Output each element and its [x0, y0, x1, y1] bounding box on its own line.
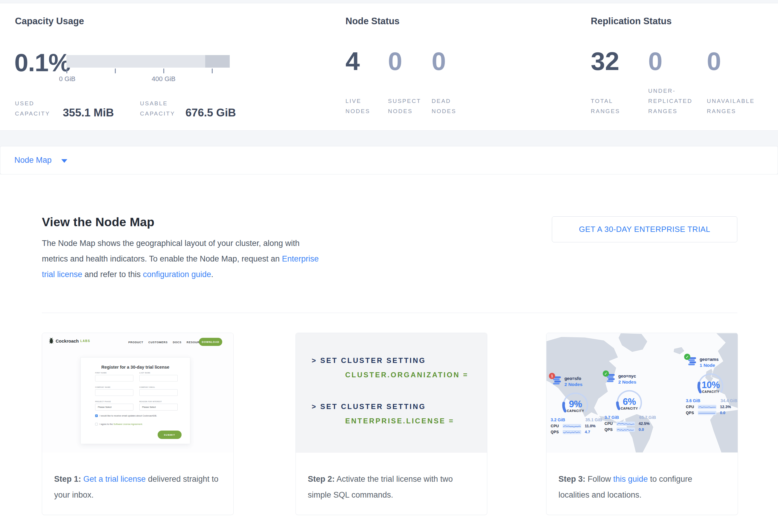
nav-item: DOCS	[173, 341, 181, 344]
text-input	[95, 375, 134, 381]
node-map-dropdown[interactable]: Node Map	[14, 156, 67, 165]
step-number: Step 2:	[308, 474, 335, 483]
capacity-gauge: 10% CAPACITY	[694, 371, 727, 399]
field-label: LAST NAME	[139, 372, 150, 374]
qps-sparkline-icon	[698, 411, 716, 415]
intro-text: The Node Map shows the geographical layo…	[42, 239, 300, 263]
email-updates-checkbox-row: ✓ I would like to receive email updates …	[95, 414, 157, 417]
usable-capacity-value: 676.5 GiB	[185, 107, 236, 119]
qps-sparkline-icon	[617, 428, 635, 432]
axis-tick	[163, 69, 164, 73]
cpu-value: 42.5%	[639, 421, 650, 426]
ams-header: ✓ geo=ams 1 Node	[686, 356, 737, 370]
text-input	[139, 389, 178, 396]
under-replicated-ranges-label: UNDER-REPLICATED RANGES	[648, 86, 698, 117]
locality-node-count: 1 Node	[700, 362, 737, 368]
get-enterprise-trial-button[interactable]: GET A 30-DAY ENTERPRISE TRIAL	[552, 216, 737, 242]
step-number: Step 1:	[54, 474, 81, 483]
configuration-guide-link[interactable]: configuration guide	[143, 270, 211, 279]
step-number: Step 3:	[558, 474, 586, 483]
sql-setting-line: CLUSTER.ORGANIZATION =	[345, 371, 468, 379]
download-pill: DOWNLOAD	[199, 338, 222, 346]
locality-node-count: 2 Nodes	[618, 379, 657, 385]
replication-status-values: 32 0 0	[591, 48, 767, 74]
checkbox-label: I would like to receive email updates ab…	[100, 414, 157, 417]
this-guide-link[interactable]: this guide	[613, 474, 648, 483]
gauge-percent: 6%	[613, 396, 646, 407]
axis-tick	[212, 69, 213, 73]
step1-card: Cockroach LABS PRODUCT CUSTOMERS DOCS RE…	[42, 333, 234, 515]
cpu-label: CPU	[551, 424, 563, 428]
node-status-values: 4 0 0	[345, 48, 482, 74]
map-node-ams: ✓ geo=ams 1 Node	[686, 356, 737, 415]
step3-illustration: 1 geo=sfo 2 Nodes	[546, 333, 737, 453]
unavailable-ranges-value: 0	[707, 48, 767, 74]
locality-name: geo=ams	[700, 356, 737, 362]
sql-prompt-line: > SET CLUSTER SETTING	[312, 402, 426, 411]
cpu-row: CPU 42.5%	[605, 421, 657, 426]
cpu-label: CPU	[686, 405, 698, 409]
field-label: REASON FOR INTEREST	[139, 401, 162, 402]
axis-tick	[115, 69, 116, 73]
step2-card: > SET CLUSTER SETTING CLUSTER.ORGANIZATI…	[296, 333, 487, 515]
field-label: COMPANY NAME	[95, 386, 110, 388]
unavailable-ranges-label: UNAVAILABLE RANGES	[707, 96, 760, 117]
license-agreement-checkbox-row: I agree to the Software License Agreemen…	[95, 423, 143, 426]
nav-item: PRODUCT	[128, 341, 143, 344]
step1-illustration: Cockroach LABS PRODUCT CUSTOMERS DOCS RE…	[42, 333, 233, 453]
section-divider	[42, 313, 737, 313]
dead-nodes-value: 0	[432, 48, 482, 74]
under-replicated-ranges-value: 0	[648, 48, 707, 74]
healthy-badge: ✓	[684, 354, 690, 360]
node-map-dropdown-label: Node Map	[14, 156, 52, 165]
step2-illustration: > SET CLUSTER SETTING CLUSTER.ORGANIZATI…	[296, 333, 487, 453]
checkbox-label: I agree to the Software License Agreemen…	[100, 423, 143, 426]
view-selector-bar: Node Map	[0, 146, 778, 174]
gauge-caption: CAPACITY	[613, 407, 646, 410]
sql-setting-line: ENTERPRISE.LICENSE =	[345, 417, 454, 425]
checkbox-checked-icon: ✓	[95, 414, 98, 417]
capacity-gauge: 9% CAPACITY	[559, 390, 592, 419]
capacity-used-percent: 0.1%	[14, 48, 70, 77]
qps-row: QPS 4.7	[551, 430, 603, 434]
capacity-gauge: 6% CAPACITY	[613, 387, 646, 416]
qps-label: QPS	[551, 430, 563, 434]
nyc-header: ✓ geo=nyc 2 Nodes	[605, 373, 657, 387]
intro-text: .	[211, 270, 214, 279]
text-input	[95, 389, 134, 396]
checkbox-empty-icon	[95, 423, 98, 426]
locality-name: geo=nyc	[618, 373, 657, 379]
map-node-nyc: ✓ geo=nyc 2 Nodes	[605, 373, 657, 432]
gauge-caption: CAPACITY	[559, 409, 592, 412]
node-status-section: Node Status 4 0 0 LIVE NODES SUSPECT NOD…	[345, 16, 561, 130]
select-input: Please Select	[95, 404, 134, 410]
select-input: Please Select	[139, 404, 178, 410]
step2-caption: Step 2: Activate the trial license with …	[296, 453, 487, 515]
get-trial-license-link[interactable]: Get a trial license	[83, 474, 146, 483]
qps-label: QPS	[605, 428, 617, 432]
qps-value: 4.7	[585, 430, 590, 434]
brand-suffix: LABS	[80, 339, 90, 343]
gauge-percent: 10%	[694, 380, 727, 390]
form-title: Register for a 30-day trial license	[81, 365, 190, 370]
total-ranges-value: 32	[591, 48, 648, 74]
live-nodes-value: 4	[345, 48, 388, 74]
dead-nodes-label: DEAD NODES	[432, 96, 464, 117]
total-ranges-label: TOTAL RANGES	[591, 96, 624, 117]
locality-name: geo=sfo	[564, 376, 603, 381]
cluster-summary-panel: Capacity Usage 0.1% 0 GiB 400 GiB USED C…	[0, 3, 778, 131]
brand-name: Cockroach	[56, 338, 79, 344]
text-input	[139, 375, 178, 381]
gauge-caption: CAPACITY	[694, 390, 727, 393]
node-status-labels: LIVE NODES SUSPECT NODES DEAD NODES	[345, 76, 482, 117]
capacity-details: USED CAPACITY 355.1 MiB USABLE CAPACITY …	[15, 98, 236, 119]
cpu-sparkline-icon	[563, 424, 581, 428]
cpu-sparkline-icon	[698, 405, 716, 409]
field-label: PROJECT PHASE	[95, 401, 111, 402]
qps-label: QPS	[686, 411, 698, 415]
gauge-percent: 9%	[559, 399, 592, 409]
page-title: View the Node Map	[42, 215, 154, 229]
license-agreement-link: Software License Agreement.	[113, 423, 143, 426]
qps-sparkline-icon	[563, 430, 581, 434]
healthy-badge: ✓	[603, 370, 609, 377]
